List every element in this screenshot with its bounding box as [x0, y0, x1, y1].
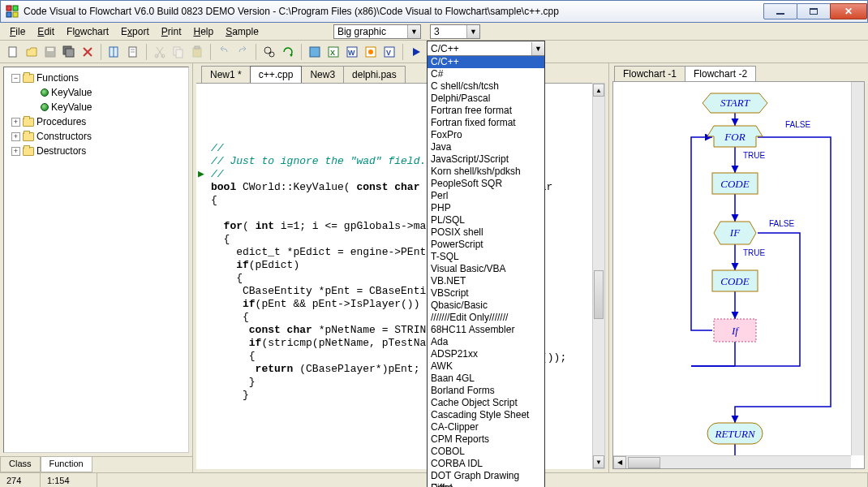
tab-class[interactable]: Class — [0, 457, 41, 472]
lang-option[interactable]: C/C++ — [428, 56, 544, 68]
editor-tab-cpp[interactable]: c++.cpp — [250, 66, 303, 83]
lang-option[interactable]: C shell/csh/tcsh — [428, 80, 544, 93]
lang-option[interactable]: PL/SQL — [428, 214, 544, 226]
lang-option[interactable]: Visual Basic/VBA — [428, 263, 544, 275]
menu-print[interactable]: Print — [157, 24, 187, 39]
lang-option[interactable]: Fortran fixed format — [428, 117, 544, 129]
tree-destructors[interactable]: Destructors — [37, 145, 86, 157]
lang-option[interactable]: PHP — [428, 202, 544, 214]
lang-option[interactable]: Baan 4GL — [428, 373, 544, 385]
number-combo[interactable]: 3▼ — [430, 24, 480, 39]
lang-option[interactable]: Delphi/Pascal — [428, 93, 544, 105]
delete-icon[interactable] — [79, 44, 96, 60]
lang-option[interactable]: POSIX shell — [428, 226, 544, 239]
paste-icon[interactable] — [189, 44, 205, 60]
language-dropdown[interactable]: C/C++▼ C/C++C#C shell/csh/tcshDelphi/Pas… — [427, 41, 545, 487]
expand-icon[interactable]: + — [11, 118, 20, 127]
lang-option[interactable]: Qbasic/Basic — [428, 300, 544, 312]
lang-option[interactable]: PeopleSoft SQR — [428, 178, 544, 190]
graphic-combo[interactable]: Big graphic▼ — [333, 24, 421, 39]
doc-icon[interactable] — [125, 44, 141, 60]
editor-tab-new3[interactable]: New3 — [301, 66, 344, 83]
scroll-thumb[interactable] — [594, 270, 604, 319]
lang-option[interactable]: Perl — [428, 190, 544, 202]
lang-option[interactable]: DOT Graph Drawing Desc. — [428, 470, 544, 482]
find-icon[interactable] — [261, 44, 277, 60]
export-visio-icon[interactable]: V — [381, 44, 397, 60]
lang-option[interactable]: Cache Object Script — [428, 397, 544, 409]
lang-option[interactable]: ADSP21xx — [428, 348, 544, 360]
scroll-down-icon[interactable]: ▼ — [593, 455, 604, 468]
cut-icon[interactable] — [152, 44, 168, 60]
lang-option[interactable]: VBScript — [428, 287, 544, 300]
export-excel-icon[interactable]: X — [325, 44, 342, 60]
menu-file[interactable]: File — [5, 24, 30, 39]
flowchart-tab-2[interactable]: Flowchart -2 — [685, 66, 756, 81]
lang-option[interactable]: CORBA IDL — [428, 458, 544, 470]
tree-view[interactable]: −Functions KeyValue KeyValue +Procedures… — [3, 67, 189, 453]
tree-keyvalue-2[interactable]: KeyValue — [51, 101, 92, 113]
flowchart-tab-1[interactable]: Flowchart -1 — [614, 66, 685, 81]
close-button[interactable]: ✕ — [830, 3, 867, 19]
lang-option[interactable]: COBOL — [428, 446, 544, 458]
lang-option[interactable]: 68HC11 Assembler — [428, 324, 544, 336]
undo-icon[interactable] — [216, 44, 232, 60]
lang-option[interactable]: CA-Clipper — [428, 421, 544, 433]
flow-scrollbar-v[interactable] — [851, 82, 864, 455]
lang-option[interactable]: Cascading Style Sheet — [428, 409, 544, 421]
lang-option[interactable]: Korn shell/ksh/pdksh — [428, 166, 544, 178]
language-combo[interactable]: C/C++▼ — [428, 41, 544, 56]
lang-option[interactable]: Java — [428, 141, 544, 153]
tree-keyvalue-1[interactable]: KeyValue — [51, 87, 92, 98]
tree-constructors[interactable]: Constructors — [37, 131, 92, 142]
lang-option[interactable]: VB.NET — [428, 275, 544, 287]
lang-option[interactable]: ///////Edit Only/////// — [428, 312, 544, 324]
tree-procedures[interactable]: Procedures — [37, 116, 86, 127]
tree-functions[interactable]: Functions — [37, 72, 79, 84]
lang-option[interactable]: PowerScript — [428, 239, 544, 251]
menu-sample[interactable]: Sample — [221, 24, 264, 39]
new-icon[interactable] — [5, 44, 21, 60]
lang-option[interactable]: CPM Reports — [428, 433, 544, 446]
lang-option[interactable]: T-SQL — [428, 251, 544, 263]
flow-scrollbar-h[interactable]: ◀ — [613, 455, 851, 468]
editor-tab-new1[interactable]: New1 * — [201, 66, 251, 83]
expand-icon[interactable]: − — [11, 74, 20, 83]
minimize-button[interactable] — [763, 3, 797, 19]
scroll-thumb[interactable] — [628, 457, 660, 468]
expand-icon[interactable]: + — [11, 132, 20, 141]
menu-flowchart[interactable]: Flowchart — [62, 24, 114, 39]
lang-option[interactable]: Fortran free format — [428, 105, 544, 117]
menu-edit[interactable]: Edit — [32, 24, 59, 39]
refresh-icon[interactable] — [280, 44, 296, 60]
lang-option[interactable]: Ada — [428, 336, 544, 348]
lang-option[interactable]: Eiffel — [428, 482, 544, 487]
export-svg-icon[interactable] — [363, 44, 379, 60]
menu-help[interactable]: Help — [188, 24, 218, 39]
lang-option[interactable]: FoxPro — [428, 129, 544, 141]
save-icon[interactable] — [42, 44, 58, 60]
lang-option[interactable]: JavaScript/JScript — [428, 153, 544, 166]
export-word-icon[interactable]: W — [344, 44, 360, 60]
export-bmp-icon[interactable] — [307, 44, 323, 60]
book-icon[interactable] — [106, 44, 122, 60]
maximize-button[interactable] — [797, 3, 831, 19]
scroll-left-icon[interactable]: ◀ — [613, 456, 626, 469]
lang-option[interactable]: C# — [428, 68, 544, 80]
copy-icon[interactable] — [170, 44, 187, 60]
editor-scrollbar[interactable]: ▲ ▼ — [592, 83, 605, 469]
redo-icon[interactable] — [234, 44, 251, 60]
lang-option[interactable]: Borland Forms — [428, 385, 544, 397]
flowchart-canvas[interactable]: START FOR TRUE FALSE CODE IF TRUE FALSE … — [612, 81, 865, 469]
open-icon[interactable] — [24, 44, 40, 60]
breakpoint-icon[interactable]: ▶ — [198, 168, 204, 181]
editor-tab-delphi[interactable]: delphi.pas — [343, 66, 406, 83]
chevron-down-icon[interactable]: ▼ — [466, 25, 479, 38]
run-icon[interactable] — [408, 44, 424, 60]
chevron-down-icon[interactable]: ▼ — [531, 42, 544, 55]
scroll-up-icon[interactable]: ▲ — [593, 84, 604, 97]
tab-function[interactable]: Function — [41, 457, 92, 472]
lang-option[interactable]: AWK — [428, 360, 544, 373]
save-all-icon[interactable] — [61, 44, 77, 60]
expand-icon[interactable]: + — [11, 147, 20, 156]
